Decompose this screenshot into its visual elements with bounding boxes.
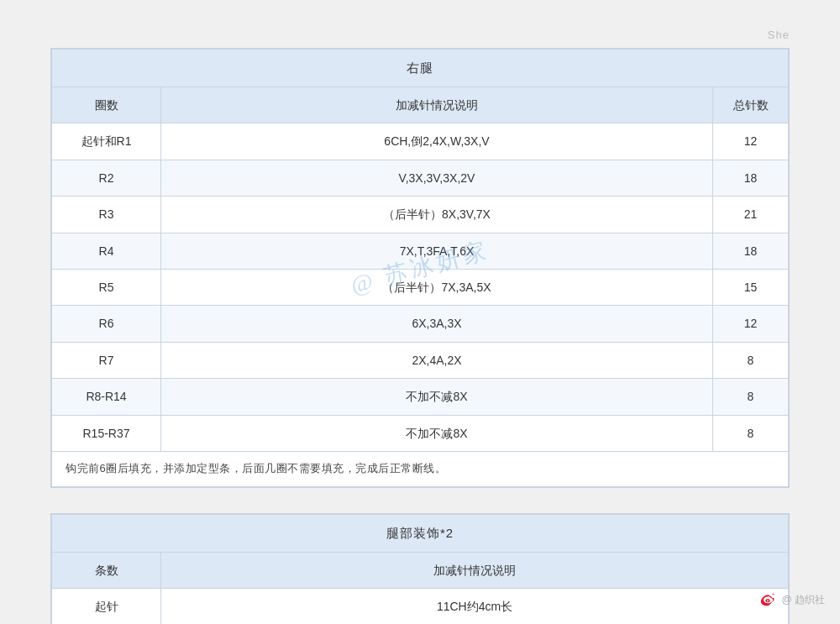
table1-round: R3	[52, 197, 161, 233]
table1-row: R2 V,3X,3V,3X,2V 18	[52, 160, 789, 196]
table2-col2-header: 加减针情况说明	[161, 552, 789, 588]
table1-round: R2	[52, 160, 161, 196]
table1-row: R15-R37 不加不减8X 8	[52, 415, 789, 451]
table2: 腿部装饰*2 条数 加减针情况说明 起针 11CH约4cm长	[51, 514, 789, 624]
table1: 右腿 圈数 加减针情况说明 总针数 起针和R1 6CH,倒2,4X,W,3X,V…	[51, 49, 789, 487]
table1-row: R7 2X,4A,2X 8	[52, 342, 789, 378]
table1-total: 18	[713, 160, 789, 196]
table1-col-headers: 圈数 加减针情况说明 总针数	[52, 87, 789, 123]
table1-row: R3 （后半针）8X,3V,7X 21	[52, 197, 789, 233]
table1-col2-header: 加减针情况说明	[161, 87, 713, 123]
weibo-footer: @ 趋织社	[759, 590, 825, 609]
table1-row: R8-R14 不加不减8X 8	[52, 379, 789, 415]
table1-row: R6 6X,3A,3X 12	[52, 306, 789, 342]
table1-desc: 6X,3A,3X	[161, 306, 713, 342]
page-container: She @ 苏冰妍家 右腿 圈数 加减针情况说明 总针数 起针和R1 6CH,倒…	[17, 17, 823, 624]
table1-desc: V,3X,3V,3X,2V	[161, 160, 713, 196]
table1-round: R5	[52, 269, 161, 305]
table1-desc: （后半针）7X,3A,5X	[161, 269, 713, 305]
table2-round: 起针	[52, 589, 161, 624]
table1-total: 12	[713, 123, 789, 160]
table2-row: 起针 11CH约4cm长	[52, 589, 789, 624]
table1-total: 12	[713, 306, 789, 342]
table1-desc: 7X,T,3FA,T,6X	[161, 233, 713, 269]
table1-title: 右腿	[52, 50, 789, 87]
table1-col1-header: 圈数	[52, 87, 161, 123]
weibo-icon	[759, 590, 778, 609]
table1-row: R4 7X,T,3FA,T,6X 18	[52, 233, 789, 269]
table1-title-row: 右腿	[52, 50, 789, 87]
table1-total: 18	[713, 233, 789, 269]
table1-round: R6	[52, 306, 161, 342]
table1-desc: 不加不减8X	[161, 415, 713, 451]
table1-round: R7	[52, 342, 161, 378]
table2-title-row: 腿部装饰*2	[52, 514, 789, 552]
table1-total: 8	[713, 379, 789, 415]
table1-total: 15	[713, 269, 789, 305]
table1-round: R8-R14	[52, 379, 161, 415]
table2-col1-header: 条数	[52, 552, 161, 588]
table1-total: 8	[713, 342, 789, 378]
table1-wrapper: @ 苏冰妍家 右腿 圈数 加减针情况说明 总针数 起针和R1 6CH,倒2,4X…	[50, 48, 790, 488]
table1-round: R15-R37	[52, 415, 161, 451]
table1-round: 起针和R1	[52, 123, 161, 160]
table1-total: 21	[713, 197, 789, 233]
table1-row: 起针和R1 6CH,倒2,4X,W,3X,V 12	[52, 123, 789, 160]
top-label: She	[768, 29, 790, 41]
table2-title: 腿部装饰*2	[52, 514, 789, 552]
table1-desc: （后半针）8X,3V,7X	[161, 197, 713, 233]
table2-wrapper: 腿部装饰*2 条数 加减针情况说明 起针 11CH约4cm长	[50, 513, 790, 624]
weibo-text: @ 趋织社	[781, 593, 825, 607]
table2-col-headers: 条数 加减针情况说明	[52, 552, 789, 588]
table1-row: R5 （后半针）7X,3A,5X 15	[52, 269, 789, 305]
table1-note-row: 钩完前6圈后填充，并添加定型条，后面几圈不需要填充，完成后正常断线。	[52, 451, 789, 486]
table1-col3-header: 总针数	[713, 87, 789, 123]
table1-desc: 不加不减8X	[161, 379, 713, 415]
table1-desc: 2X,4A,2X	[161, 342, 713, 378]
top-text: She	[50, 25, 790, 48]
table1-note: 钩完前6圈后填充，并添加定型条，后面几圈不需要填充，完成后正常断线。	[52, 451, 789, 486]
table1-round: R4	[52, 233, 161, 269]
table2-desc: 11CH约4cm长	[161, 589, 789, 624]
table1-desc: 6CH,倒2,4X,W,3X,V	[161, 123, 713, 160]
table1-total: 8	[713, 415, 789, 451]
